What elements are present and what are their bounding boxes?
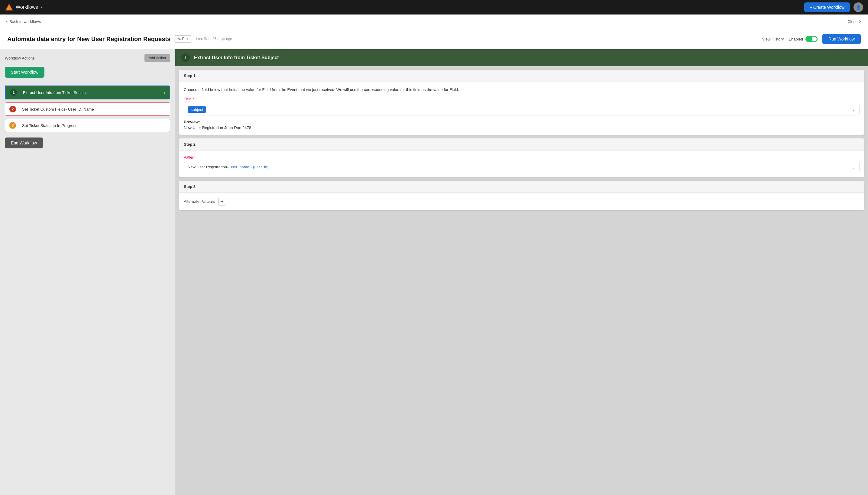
action-item-2[interactable]: 2 Set Ticket Custom Fields- User ID, Nam… [5,102,170,116]
app-chevron-icon[interactable]: ▾ [40,5,42,10]
navbar-right: + Create Workflow 👤 [804,2,863,12]
alternate-patterns-row: Alternate Patterns + [184,198,860,205]
pattern-input[interactable]: New User Registration-{user_name}- {user… [184,162,860,172]
enabled-toggle-group: Enabled [788,36,818,42]
alternate-patterns-label: Alternate Patterns [184,199,215,204]
step-1-body: Choose a field below that holds the valu… [179,82,864,135]
page-header: Automate data entry for New User Registr… [0,29,868,49]
field-select[interactable]: subject ⌄ [184,104,860,116]
sub-header: < Back to workflows Close ✕ [0,15,868,29]
field-select-chevron-icon: ⌄ [852,107,856,112]
pattern-chevron-icon: ⌄ [852,165,856,170]
panel-header-number: 1 [181,53,190,62]
close-button[interactable]: Close ✕ [848,19,862,24]
enabled-label: Enabled [788,37,803,41]
right-panel: 1 Extract User Info from Ticket Subject … [175,49,868,495]
action-2-inner: 2 Set Ticket Custom Fields- User ID, Nam… [5,102,170,116]
preview-section: Preview: New User Registration-John Doe-… [184,120,860,130]
preview-value: New User Registration-John Doe-2478 [184,125,860,130]
step-3-header: Step 3 [179,181,864,193]
workflow-actions-title: Workflow Actions [5,56,35,61]
pattern-var2: {user_id} [253,165,268,169]
step-3-body: Alternate Patterns + [179,193,864,210]
panel-header: 1 Extract User Info from Ticket Subject [175,49,868,66]
subject-tag: subject [188,106,206,113]
create-workflow-button[interactable]: + Create Workflow [804,2,850,12]
left-panel: Workflow Actions Add Action Start Workfl… [0,49,175,495]
add-action-button[interactable]: Add Action [144,54,170,62]
add-pattern-button[interactable]: + [218,198,226,205]
pattern-prefix: New User Registration- [188,165,228,169]
run-workflow-button[interactable]: Run Workflow [822,34,861,44]
action-item-3[interactable]: 3 Set Ticket Status to In-Progress [5,119,170,132]
field-label: Field * [184,97,860,101]
step-1-description: Choose a field below that holds the valu… [184,87,860,93]
toggle-knob [812,37,817,41]
action-2-label: Set Ticket Custom Fields- User ID, Name [22,107,166,112]
action-1-label: Extract User Info from Ticket Subject [23,90,161,95]
start-workflow-button[interactable]: Start Workflow [5,67,45,78]
action-1-inner: 1 Extract User Info from Ticket Subject … [6,86,170,99]
action-3-inner: 3 Set Ticket Status to In-Progress [5,119,170,132]
main-content: Workflow Actions Add Action Start Workfl… [0,49,868,495]
pattern-var1: {user_name} [228,165,251,169]
navbar-left: Workflows ▾ [5,3,42,12]
step-1-header: Step 1 [179,70,864,82]
view-history-link[interactable]: View History [762,37,784,41]
edit-button[interactable]: ✎ Edit [174,35,192,42]
preview-label: Preview: [184,120,860,124]
end-workflow-button[interactable]: End Workflow [5,137,43,148]
step-3-card: Step 3 Alternate Patterns + [179,181,864,210]
workflow-actions-header: Workflow Actions Add Action [5,54,170,62]
pattern-sep: - [251,165,252,169]
navbar: Workflows ▾ + Create Workflow 👤 [0,0,868,15]
panel-header-title: Extract User Info from Ticket Subject [194,55,279,61]
enabled-toggle-switch[interactable] [805,36,818,42]
app-title: Workflows [16,4,38,10]
pattern-text: New User Registration-{user_name}- {user… [188,165,852,169]
page-header-left: Automate data entry for New User Registr… [7,35,232,42]
action-1-number: 1 [10,89,17,96]
pattern-label: Pattern [184,155,860,159]
avatar[interactable]: 👤 [853,2,863,12]
action-2-number: 2 [10,106,16,113]
step-2-card: Step 2 Pattern New User Registration-{us… [179,138,864,177]
step-1-card: Step 1 Choose a field below that holds t… [179,70,864,135]
page-header-right: View History Enabled Run Workflow [762,34,861,44]
back-to-workflows-link[interactable]: < Back to workflows [6,19,41,24]
action-3-number: 3 [10,122,16,129]
last-run-label: Last Run: 25 days ago [196,37,232,41]
avatar-icon: 👤 [856,5,861,10]
action-1-chevron-icon: › [164,90,165,95]
logo-icon [5,3,13,12]
step-2-body: Pattern New User Registration-{user_name… [179,151,864,177]
page-title: Automate data entry for New User Registr… [7,36,170,42]
action-3-label: Set Ticket Status to In-Progress [22,123,166,128]
step-2-header: Step 2 [179,138,864,151]
action-item-1[interactable]: 1 Extract User Info from Ticket Subject … [5,86,170,99]
